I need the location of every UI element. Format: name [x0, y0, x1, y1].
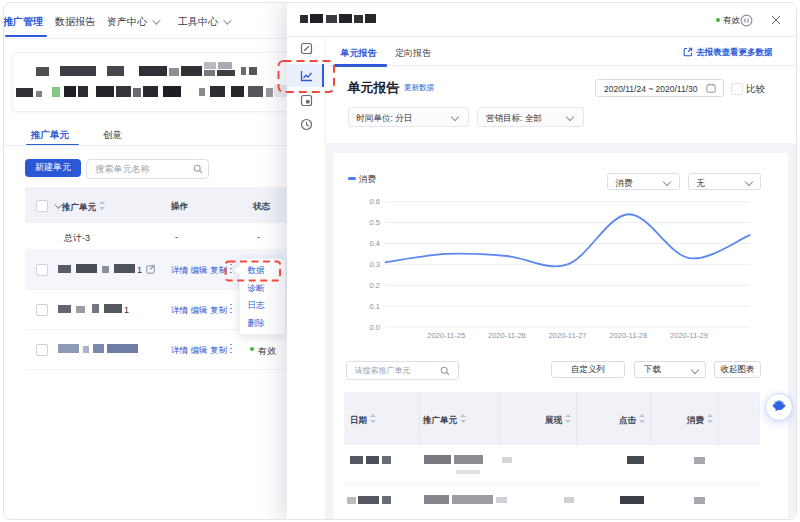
sort-icon[interactable] — [639, 414, 645, 423]
unit-name-suffix: 1 — [124, 305, 129, 315]
time-unit-filter[interactable]: 时间单位: 分日 — [348, 107, 469, 127]
external-link-icon[interactable] — [683, 47, 693, 57]
pause-circle-icon[interactable] — [740, 14, 753, 27]
nav-item-promotion-manage[interactable]: 推广管理 — [3, 15, 43, 29]
custom-columns-button[interactable]: 自定义列 — [551, 361, 625, 378]
redacted-text-block — [83, 346, 89, 353]
unit-search-input[interactable] — [94, 160, 193, 178]
more-data-link[interactable]: 去报表查看更多数据 — [696, 47, 773, 59]
compare-checkbox[interactable] — [731, 83, 743, 95]
report-col-cost[interactable]: 消费 — [687, 414, 713, 427]
sort-icon[interactable] — [370, 414, 376, 423]
line-chart-icon[interactable] — [300, 69, 313, 82]
chevron-down-icon — [691, 366, 699, 374]
redacted-text-block — [58, 265, 71, 273]
redacted-text-block — [107, 66, 124, 76]
action-copy-link[interactable]: 复制 — [210, 305, 227, 317]
redacted-text-block — [326, 15, 337, 23]
action-detail-link[interactable]: 详情 — [171, 345, 188, 357]
report-row-divider — [344, 484, 760, 485]
nav-divider — [3, 38, 295, 39]
redacted-text-block — [210, 86, 225, 97]
drawer-header-divider — [287, 36, 797, 37]
redacted-text-block — [350, 456, 363, 464]
collapse-chart-button[interactable]: 收起图表 — [714, 361, 761, 378]
sort-icon[interactable] — [707, 414, 713, 423]
sort-icon[interactable] — [565, 414, 571, 423]
report-col-date[interactable]: 日期 — [350, 414, 376, 427]
tab-creative[interactable]: 创意 — [103, 129, 122, 142]
unit-search-box — [86, 159, 209, 179]
search-icon[interactable] — [193, 164, 203, 174]
report-col-clicks[interactable]: 点击 — [619, 414, 645, 427]
redacted-text-block — [564, 497, 574, 503]
select-all-checkbox[interactable] — [36, 200, 48, 212]
more-actions-icon[interactable] — [229, 264, 232, 275]
menu-item-diagnose[interactable]: 诊断 — [240, 280, 285, 298]
redacted-text-block — [139, 66, 167, 76]
action-detail-link[interactable]: 详情 — [171, 265, 188, 277]
tab-promotion-unit[interactable]: 推广单元 — [31, 129, 69, 142]
sort-icon[interactable] — [99, 201, 105, 210]
row-checkbox[interactable] — [36, 264, 48, 276]
menu-item-log[interactable]: 日志 — [240, 298, 285, 316]
action-edit-link[interactable]: 编辑 — [191, 305, 208, 317]
more-actions-icon[interactable] — [229, 344, 232, 355]
svg-text:0.1: 0.1 — [370, 302, 380, 311]
drawer-tab-targeting-report[interactable]: 定向报告 — [395, 47, 431, 60]
drawer-status-dot — [716, 18, 720, 22]
svg-text:0.0: 0.0 — [370, 323, 380, 332]
redacted-text-block — [366, 456, 379, 464]
action-edit-link[interactable]: 编辑 — [191, 345, 208, 357]
history-clock-icon[interactable] — [300, 118, 313, 131]
secondary-metric-select[interactable]: 无 — [688, 173, 762, 190]
nav-item-tool-center[interactable]: 工具中心 — [178, 15, 229, 29]
unit-filter-search-input[interactable] — [353, 362, 442, 379]
download-button[interactable]: 下载 — [634, 361, 706, 378]
search-icon[interactable] — [440, 366, 450, 376]
total-row-label: 总计-3 — [64, 232, 90, 245]
sort-icon[interactable] — [460, 414, 466, 423]
chevron-down-icon — [662, 178, 670, 186]
overview-icon[interactable] — [300, 42, 313, 55]
help-chat-button[interactable] — [765, 393, 793, 421]
action-copy-link[interactable]: 复制 — [210, 345, 227, 357]
report-col-impressions[interactable]: 展现 — [545, 414, 571, 427]
drawer-status-label: 有效 — [723, 15, 740, 27]
marketing-goal-filter[interactable]: 营销目标: 全部 — [477, 107, 584, 127]
action-copy-link[interactable]: 复制 — [210, 265, 227, 277]
redacted-text-block — [502, 457, 512, 463]
action-edit-link[interactable]: 编辑 — [191, 265, 208, 277]
column-header-unit[interactable]: 推广单元 — [62, 201, 105, 214]
metric-select[interactable]: 消费 — [607, 173, 680, 190]
more-actions-icon[interactable] — [229, 304, 232, 315]
redacted-text-block — [456, 470, 480, 474]
drawer-tab-unit-report[interactable]: 单元报告 — [341, 47, 377, 60]
nav-item-asset-center[interactable]: 资产中心 — [107, 15, 158, 29]
legend-label[interactable]: 消费 — [359, 174, 376, 186]
column-header-action: 操作 — [171, 201, 188, 213]
redacted-text-block — [231, 86, 244, 97]
nav-item-data-report[interactable]: 数据报告 — [55, 15, 95, 29]
redacted-text-block — [60, 66, 96, 76]
new-unit-button[interactable]: 新建单元 — [25, 159, 81, 177]
menu-item-delete[interactable]: 删除 — [240, 315, 285, 333]
date-range-picker[interactable]: 2020/11/24 ~ 2020/11/30 — [595, 79, 724, 97]
edit-pencil-icon[interactable] — [146, 264, 156, 274]
row-checkbox[interactable] — [36, 344, 48, 356]
close-icon[interactable] — [771, 15, 781, 25]
chevron-down-icon — [152, 17, 160, 25]
report-col-unit[interactable]: 推广单元 — [423, 414, 466, 427]
redacted-text-block — [102, 266, 109, 273]
action-detail-link[interactable]: 详情 — [171, 305, 188, 317]
redacted-text-block — [424, 455, 451, 464]
row-checkbox[interactable] — [36, 304, 48, 316]
redacted-text-block — [620, 496, 644, 504]
svg-text:2020-11-26: 2020-11-26 — [488, 331, 526, 340]
refresh-data-link[interactable]: 更新数据 — [404, 83, 434, 93]
redacted-text-block — [204, 62, 216, 69]
menu-item-data[interactable]: 数据 — [240, 263, 285, 281]
total-row-op: - — [175, 232, 178, 242]
unit-name-suffix: 1 — [137, 265, 142, 275]
card-list-icon[interactable] — [300, 94, 313, 107]
